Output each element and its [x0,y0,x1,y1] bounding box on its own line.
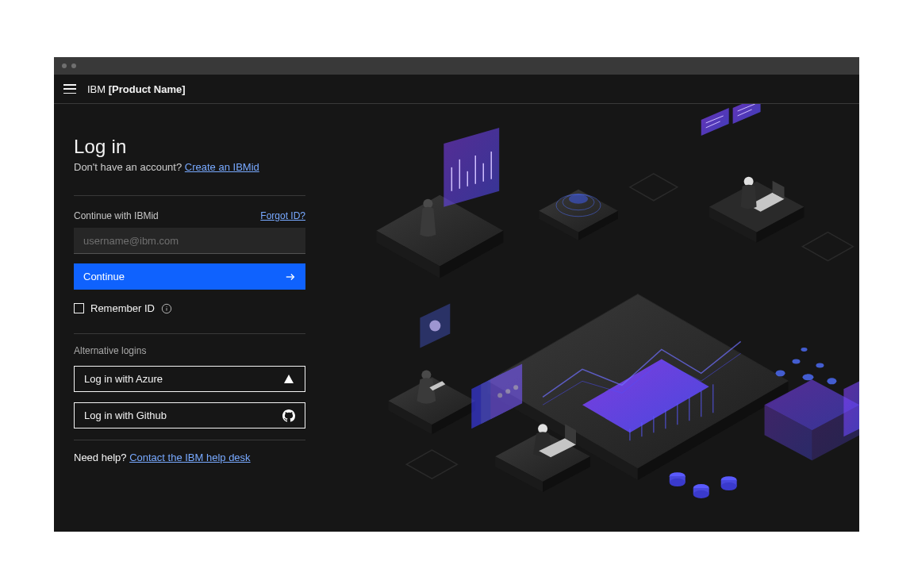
divider [74,333,305,334]
window-control-dot[interactable] [62,63,67,68]
svg-point-80 [670,478,686,486]
remember-id-label: Remember ID [90,302,155,314]
alt-logins-heading: Alternative logins [74,345,305,356]
svg-point-83 [693,490,709,498]
svg-point-72 [827,378,836,384]
svg-point-68 [776,370,785,376]
github-login-button[interactable]: Log in with Github [74,402,305,429]
svg-point-69 [793,359,801,363]
svg-point-86 [721,482,737,490]
remember-id-checkbox[interactable] [74,303,84,313]
content-area: Log in Don't have an account? Create an … [54,104,859,532]
svg-marker-75 [630,174,678,201]
brand-label: IBM [Product Name] [87,83,186,95]
svg-point-63 [505,389,510,394]
remember-id-row: Remember ID [74,302,305,314]
forgot-id-link[interactable]: Forgot ID? [260,210,305,221]
github-icon [282,409,295,422]
app-header: IBM [Product Name] [54,75,859,104]
svg-point-73 [801,348,807,352]
menu-icon[interactable] [63,84,76,94]
account-prompt-line: Don't have an account? Create an IBMid [74,161,305,173]
login-panel: Log in Don't have an account? Create an … [74,136,305,532]
svg-point-62 [497,393,502,398]
azure-login-label: Log in with Azure [84,373,163,385]
ibmid-input[interactable] [74,228,305,254]
svg-point-52 [429,320,440,331]
azure-login-button[interactable]: Log in with Azure [74,366,305,392]
svg-marker-40 [701,108,729,136]
divider [74,440,305,440]
svg-marker-76 [802,233,853,261]
divider [74,195,305,196]
github-login-label: Log in with Github [84,409,167,421]
help-row: Need help? Contact the IBM help desk [74,452,305,463]
window-control-dot[interactable] [71,63,76,68]
svg-marker-17 [376,195,503,267]
svg-point-3 [166,306,167,306]
account-prompt-text: Don't have an account? [74,161,182,173]
svg-point-70 [802,374,813,380]
ibmid-field-label: Continue with IBMid [74,210,159,221]
create-ibmid-link[interactable]: Create an IBMid [185,161,259,173]
page-title: Log in [74,136,305,158]
continue-button[interactable]: Continue [74,263,305,290]
brand-product-name: [Product Name] [109,83,186,95]
svg-marker-4 [284,375,294,383]
brand-prefix: IBM [87,83,106,95]
svg-point-33 [569,194,588,204]
svg-marker-77 [406,450,457,478]
help-desk-link[interactable]: Contact the IBM help desk [129,452,250,463]
titlebar [54,57,859,75]
svg-point-64 [513,385,518,390]
svg-point-71 [816,363,824,367]
svg-marker-74 [843,377,859,436]
arrow-right-icon [285,271,296,282]
continue-button-label: Continue [83,271,125,282]
svg-marker-43 [733,104,761,124]
hero-illustration [305,104,859,532]
info-icon[interactable] [161,303,172,314]
azure-icon [282,373,295,386]
help-prompt: Need help? [74,452,127,463]
app-window: IBM [Product Name] Log in Don't have an … [54,57,859,532]
